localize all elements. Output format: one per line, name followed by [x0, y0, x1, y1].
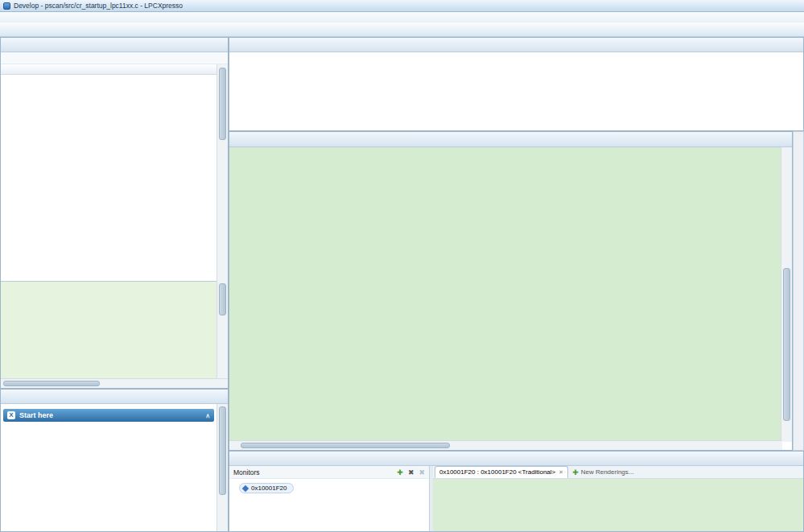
monitor-diamond-icon [242, 485, 249, 491]
debug-view [229, 37, 804, 131]
app-icon [3, 2, 10, 10]
minimized-views-strip [793, 131, 804, 451]
close-icon[interactable]: ✕ [559, 469, 563, 476]
remove-all-monitors-icon[interactable]: ✖ [418, 468, 425, 476]
menu-bar [0, 12, 804, 23]
main-toolbar [0, 23, 804, 37]
app-window: Develop - pscan/src/cr_startup_lpc11xx.c… [0, 0, 804, 532]
title-bar: Develop - pscan/src/cr_startup_lpc11xx.c… [0, 0, 804, 12]
window-title: Develop - pscan/src/cr_startup_lpc11xx.c… [14, 2, 183, 10]
editor-tabbar [229, 132, 792, 147]
registers-table [1, 75, 217, 281]
bottom-panel: Monitors ✚ ✖ ✖ 0x10001F20 0x10001F20 : 0… [229, 451, 804, 532]
plus-icon: ✚ [572, 468, 579, 476]
monitors-header: Monitors ✚ ✖ ✖ [229, 466, 429, 479]
register-detail-pane [1, 281, 217, 379]
memory-monitor-item[interactable]: 0x10001F20 [239, 483, 294, 493]
debug-call-stack [229, 52, 803, 130]
code-area[interactable] [229, 147, 782, 442]
registers-view-toolbar [1, 52, 228, 64]
new-renderings-label: New Renderings... [581, 468, 634, 476]
memory-monitors-pane: Monitors ✚ ✖ ✖ 0x10001F20 [229, 466, 430, 531]
quickstart-tabbar [1, 390, 228, 404]
memory-rendering-pane: 0x10001F20 : 0x10001F20 <Traditional> ✕ … [433, 466, 803, 531]
debug-tabbar [229, 38, 803, 52]
code-editor [229, 131, 793, 451]
registers-tabbar [1, 38, 228, 52]
add-monitor-icon[interactable]: ✚ [397, 468, 403, 476]
start-here-header[interactable]: X Start here ∧ [3, 409, 214, 422]
rendering-tab-traditional[interactable]: 0x10001F20 : 0x10001F20 <Traditional> ✕ [435, 466, 568, 478]
registers-column-header [1, 64, 217, 75]
rendering-tab-label: 0x10001F20 : 0x10001F20 <Traditional> [439, 468, 555, 476]
registers-view [0, 37, 229, 389]
rendering-tabbar: 0x10001F20 : 0x10001F20 <Traditional> ✕ … [433, 466, 803, 479]
quickstart-view: X Start here ∧ [0, 389, 229, 532]
registers-vscrollbar[interactable] [216, 64, 228, 281]
monitor-address: 0x10001F20 [251, 485, 287, 492]
collapse-icon[interactable]: ∧ [205, 412, 210, 419]
memory-hex-table [433, 479, 803, 531]
bottom-tabbar [229, 452, 803, 466]
editor-vscrollbar[interactable] [781, 147, 792, 442]
lpcxpresso-logo-icon: X [7, 411, 15, 419]
remove-monitor-icon[interactable]: ✖ [408, 468, 414, 476]
registers-hscrollbar[interactable] [1, 378, 228, 388]
new-renderings-tab[interactable]: ✚ New Renderings... [568, 466, 637, 478]
editor-hscrollbar[interactable] [229, 440, 782, 450]
monitors-title: Monitors [233, 468, 260, 476]
start-here-label: Start here [19, 411, 53, 419]
quickstart-vscrollbar[interactable] [216, 404, 228, 532]
register-detail-vscrollbar[interactable] [216, 281, 228, 379]
